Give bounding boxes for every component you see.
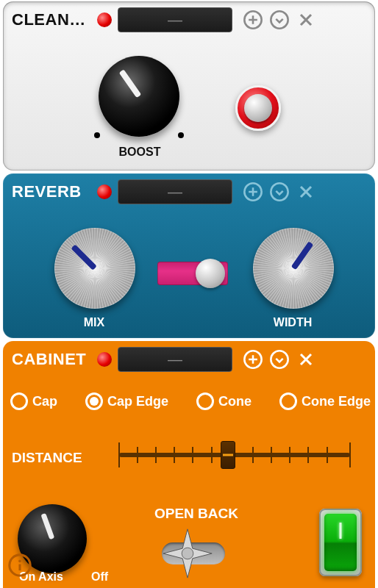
engage-button-cap <box>244 94 272 122</box>
close-icon[interactable] <box>295 181 317 203</box>
cabinet-lcd[interactable]: — <box>118 347 232 372</box>
radio-dot <box>90 397 99 406</box>
cabinet-title: CABINET <box>12 350 91 369</box>
radio-ring <box>10 392 28 410</box>
distance-label: DISTANCE <box>12 450 82 466</box>
reverb-header: REVERB — <box>3 173 375 210</box>
radio-cap[interactable]: Cap <box>10 392 57 410</box>
engage-button[interactable] <box>235 85 281 131</box>
record-indicator[interactable] <box>97 12 112 27</box>
mic-position-radios: Cap Cap Edge Cone Cone Edge <box>10 392 371 410</box>
boost-label: BOOST <box>110 146 169 159</box>
mix-knob[interactable] <box>54 228 135 309</box>
open-back-label: OPEN BACK <box>154 506 238 522</box>
add-icon[interactable] <box>242 9 264 31</box>
close-icon[interactable] <box>295 348 317 370</box>
cabinet-header: CABINET — <box>3 341 375 378</box>
radio-cap-edge[interactable]: Cap Edge <box>85 392 168 410</box>
width-knob-pointer <box>291 241 314 270</box>
record-indicator[interactable] <box>97 184 112 199</box>
radio-ring <box>85 392 103 410</box>
radio-cone[interactable]: Cone <box>196 392 252 410</box>
radio-label: Cone <box>218 394 252 409</box>
radio-ring <box>196 392 214 410</box>
add-icon[interactable] <box>242 348 264 370</box>
reverb-toggle-thumb <box>196 259 225 288</box>
reverb-toggle[interactable] <box>157 262 228 285</box>
radio-label: Cone Edge <box>302 394 371 409</box>
mix-label: MIX <box>74 316 115 329</box>
cleanboost-panel: CLEANB... — BOOST <box>3 1 375 171</box>
mix-knob-pointer <box>71 244 96 270</box>
svg-point-5 <box>271 351 288 368</box>
collapse-icon[interactable] <box>268 181 290 203</box>
boost-knob[interactable] <box>99 56 179 137</box>
open-back-toggle[interactable] <box>162 526 225 581</box>
close-icon[interactable] <box>295 9 317 31</box>
cleanboost-header: CLEANB... — <box>3 1 375 38</box>
power-switch-rocker <box>324 514 357 571</box>
power-switch[interactable] <box>319 509 362 576</box>
width-label: WIDTH <box>266 316 319 329</box>
reverb-lcd[interactable]: — <box>118 179 232 204</box>
collapse-icon[interactable] <box>268 9 290 31</box>
add-icon[interactable] <box>242 181 264 203</box>
cabinet-panel: CABINET — Cap Cap Edge Cone Cone Edge <box>3 341 375 588</box>
radio-label: Cap <box>32 394 57 409</box>
boost-knob-pointer <box>119 69 142 98</box>
reverb-panel: REVERB — MIX WIDTH <box>3 173 375 338</box>
svg-point-3 <box>271 183 288 200</box>
radio-cone-edge[interactable]: Cone Edge <box>279 392 371 410</box>
distance-slider[interactable] <box>119 438 350 472</box>
info-icon[interactable] <box>7 553 32 578</box>
radio-ring <box>279 392 297 410</box>
svg-point-1 <box>271 11 288 28</box>
svg-point-9 <box>182 548 193 559</box>
reverb-title: REVERB <box>12 182 91 201</box>
record-indicator[interactable] <box>97 352 112 367</box>
compass-star-icon <box>159 525 216 582</box>
cleanboost-lcd[interactable]: — <box>118 7 232 32</box>
axis-knob-pointer <box>40 513 54 539</box>
width-knob[interactable] <box>253 228 334 309</box>
distance-slider-thumb[interactable] <box>221 441 235 469</box>
axis-off-label: Off <box>91 570 108 584</box>
svg-point-7 <box>18 559 21 562</box>
radio-label: Cap Edge <box>107 394 168 409</box>
collapse-icon[interactable] <box>268 348 290 370</box>
cleanboost-title: CLEANB... <box>12 10 91 29</box>
